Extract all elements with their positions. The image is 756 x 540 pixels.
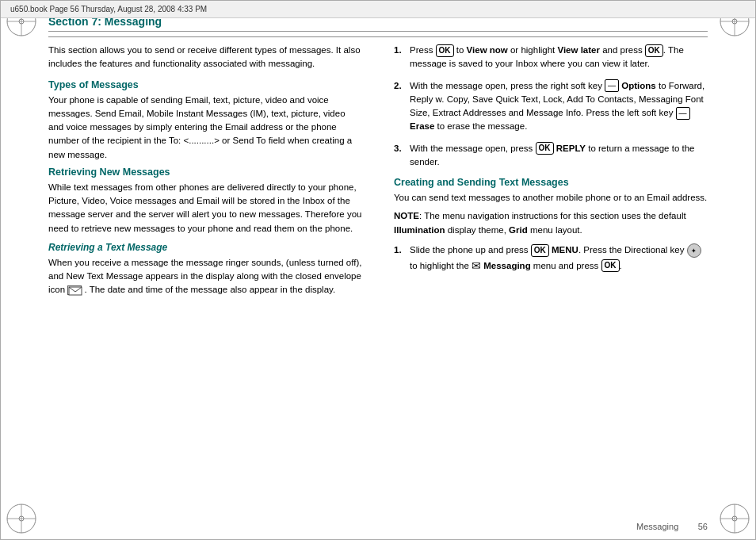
intro-paragraph: This section allows you to send or recei… (48, 44, 362, 71)
creating-list-item-1: 1. Slide the phone up and press OK MENU.… (394, 243, 708, 274)
list-num-3: 3. (394, 142, 405, 170)
list-num-2: 2. (394, 79, 405, 134)
footer-page: 56 (698, 522, 708, 531)
list-item-2: 2. With the message open, press the righ… (394, 79, 708, 134)
corner-br-icon (717, 501, 752, 536)
list-item-1: 1. Press OK to View now or highlight Vie… (394, 44, 708, 71)
list-content-2: With the message open, press the right s… (410, 79, 708, 134)
note-text: NOTE: The menu navigation instructions f… (394, 209, 708, 237)
envelope-icon (67, 285, 82, 295)
retrieving-text-message-body: When you receive a message the message r… (48, 256, 362, 297)
creating-list-content-1: Slide the phone up and press OK MENU. Pr… (410, 243, 708, 274)
retrieving-new-messages-title: Retrieving New Messages (48, 167, 362, 178)
types-of-messages-title: Types of Messages (48, 79, 362, 90)
ok-button-menu: OK (531, 244, 549, 257)
list-content-1: Press OK to View now or highlight View l… (410, 44, 708, 71)
list-num-1: 1. (394, 44, 405, 71)
retrieving-text-message-title: Retrieving a Text Message (48, 242, 362, 253)
right-column: 1. Press OK to View now or highlight Vie… (386, 44, 708, 302)
list-content-3: With the message open, press OK REPLY to… (410, 142, 708, 170)
retrieving-new-messages-body: While text messages from other phones ar… (48, 181, 362, 236)
ok-button-3: OK (536, 142, 554, 155)
page-container: u650.book Page 56 Thursday, August 28, 2… (0, 0, 756, 540)
note-label: NOTE (394, 211, 419, 220)
numbered-list: 1. Press OK to View now or highlight Vie… (394, 44, 708, 169)
directional-key-icon: ✦ (687, 243, 701, 258)
footer-label: Messaging (636, 522, 678, 531)
header-bar: u650.book Page 56 Thursday, August 28, 2… (1, 1, 755, 18)
section-divider (48, 36, 708, 37)
creating-sending-title: Creating and Sending Text Messages (394, 177, 708, 188)
ok-button-1: OK (436, 44, 454, 57)
messaging-icon: ✉ (472, 258, 481, 274)
header-text: u650.book Page 56 Thursday, August 28, 2… (10, 5, 207, 13)
types-of-messages-body: Your phone is capable of sending Email, … (48, 94, 362, 162)
ok-button-2: OK (645, 44, 663, 57)
left-column: This section allows you to send or recei… (48, 44, 370, 302)
two-column-layout: This section allows you to send or recei… (1, 44, 755, 302)
left-softkey-icon: — (676, 107, 690, 120)
creating-list: 1. Slide the phone up and press OK MENU.… (394, 243, 708, 274)
creating-sending-intro: You can send text messages to another mo… (394, 191, 708, 205)
ok-button-messaging: OK (601, 259, 620, 272)
corner-bl-icon (4, 501, 39, 536)
right-softkey-icon: — (605, 79, 619, 92)
footer: Messaging 56 (636, 522, 708, 531)
list-item-3: 3. With the message open, press OK REPLY… (394, 142, 708, 170)
creating-list-num-1: 1. (394, 243, 405, 274)
